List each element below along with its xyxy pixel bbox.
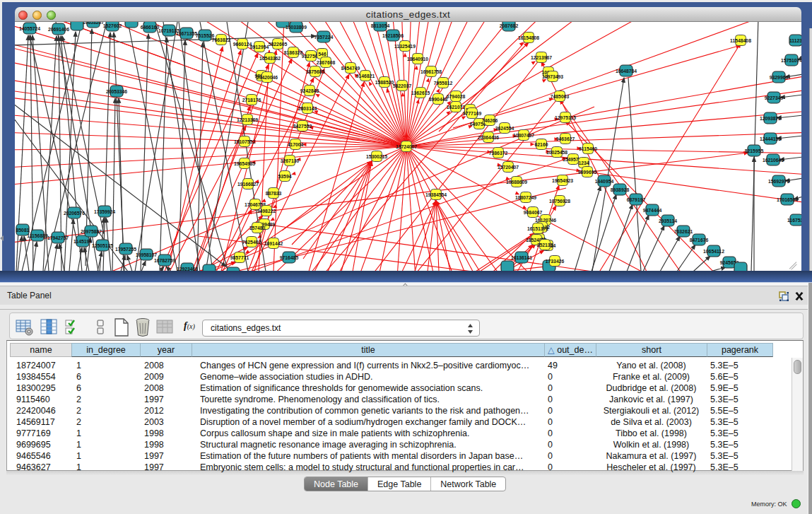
- svg-text:6879197: 6879197: [627, 197, 646, 202]
- svg-text:85081: 85081: [16, 228, 30, 233]
- svg-text:20691406: 20691406: [48, 27, 69, 32]
- svg-text:12213369: 12213369: [237, 117, 258, 122]
- svg-text:1234: 1234: [578, 160, 589, 165]
- svg-text:8912954: 8912954: [250, 45, 269, 49]
- svg-text:19654923: 19654923: [552, 178, 573, 183]
- svg-text:8215955: 8215955: [745, 148, 764, 153]
- svg-text:17016504: 17016504: [777, 197, 798, 202]
- svg-text:19218506: 19218506: [382, 33, 404, 38]
- svg-text:7955812: 7955812: [434, 81, 453, 86]
- svg-text:8938928: 8938928: [611, 187, 630, 192]
- svg-text:3624554: 3624554: [495, 126, 514, 131]
- svg-text:12213967: 12213967: [531, 55, 552, 60]
- svg-text:7485063: 7485063: [551, 94, 570, 99]
- svg-text:11123: 11123: [789, 38, 801, 43]
- svg-text:11548408: 11548408: [730, 38, 751, 43]
- svg-text:9146821: 9146821: [356, 74, 375, 78]
- svg-text:9115460: 9115460: [579, 146, 597, 151]
- svg-text:7663822: 7663822: [212, 37, 231, 42]
- svg-text:5822037: 5822037: [393, 83, 412, 88]
- svg-text:12093872: 12093872: [760, 116, 781, 121]
- svg-text:15300215: 15300215: [366, 154, 387, 159]
- svg-text:9084067: 9084067: [524, 210, 543, 215]
- svg-text:7632621: 7632621: [674, 229, 693, 234]
- svg-text:9329966: 9329966: [770, 75, 789, 80]
- svg-text:157480: 157480: [249, 226, 266, 230]
- svg-text:1145194: 1145194: [73, 239, 92, 244]
- svg-text:7357224: 7357224: [314, 35, 334, 40]
- svg-text:8427552: 8427552: [293, 124, 312, 129]
- svg-text:10025458: 10025458: [546, 150, 567, 155]
- svg-text:9463627: 9463627: [556, 136, 575, 141]
- svg-text:9716485: 9716485: [280, 255, 299, 260]
- svg-text:3875685: 3875685: [306, 69, 325, 74]
- svg-text:19166827: 19166827: [237, 182, 259, 187]
- svg-text:10688609: 10688609: [506, 180, 527, 185]
- svg-text:18807249: 18807249: [515, 195, 536, 200]
- svg-text:1588520: 1588520: [375, 80, 394, 85]
- svg-text:10807487: 10807487: [513, 133, 534, 138]
- svg-text:16543362: 16543362: [259, 56, 281, 61]
- svg-text:9242848: 9242848: [300, 88, 319, 93]
- svg-text:8990448: 8990448: [429, 97, 448, 102]
- svg-text:1691442: 1691442: [264, 241, 283, 246]
- svg-text:746266: 746266: [482, 118, 498, 123]
- svg-text:8813054: 8813054: [371, 23, 390, 28]
- svg-text:16782759: 16782759: [154, 258, 175, 263]
- svg-text:1733426: 1733426: [546, 259, 565, 264]
- svg-text:1621072: 1621072: [447, 105, 466, 110]
- svg-text:7625402: 7625402: [242, 240, 261, 245]
- svg-text:546: 546: [318, 52, 326, 57]
- svg-text:10654112: 10654112: [703, 249, 724, 254]
- svg-text:10653267: 10653267: [83, 22, 104, 25]
- svg-text:10958107: 10958107: [136, 252, 157, 257]
- svg-text:1527602: 1527602: [103, 23, 122, 28]
- svg-text:16648784: 16648784: [616, 69, 637, 74]
- svg-text:417004: 417004: [288, 142, 304, 147]
- svg-text:15692971: 15692971: [768, 179, 789, 184]
- svg-text:3267130: 3267130: [281, 158, 300, 163]
- svg-text:23420046: 23420046: [257, 75, 278, 80]
- svg-text:7386372: 7386372: [489, 151, 508, 156]
- svg-text:2367608: 2367608: [317, 60, 336, 65]
- svg-text:62160: 62160: [535, 142, 548, 147]
- svg-text:18724007: 18724007: [396, 144, 417, 149]
- svg-text:15751074: 15751074: [781, 58, 801, 63]
- svg-text:11325419: 11325419: [394, 44, 416, 49]
- svg-text:252133: 252133: [537, 243, 553, 247]
- svg-text:9857771: 9857771: [230, 255, 249, 260]
- svg-text:16154808: 16154808: [518, 35, 539, 40]
- svg-text:19384554: 19384554: [425, 192, 447, 197]
- svg-text:9660124: 9660124: [233, 42, 252, 47]
- svg-text:14055724: 14055724: [19, 26, 40, 31]
- svg-text:2803144: 2803144: [298, 106, 317, 111]
- svg-text:12444153: 12444153: [760, 136, 781, 141]
- svg-text:20053346: 20053346: [106, 89, 127, 94]
- svg-text:5822605: 5822605: [269, 42, 288, 47]
- svg-text:16671355: 16671355: [176, 31, 197, 36]
- svg-text:16107552: 16107552: [234, 139, 255, 144]
- svg-text:16210643: 16210643: [763, 158, 784, 163]
- svg-text:2718176: 2718176: [242, 98, 261, 103]
- svg-text:9699695: 9699695: [578, 170, 597, 175]
- svg-text:9777169: 9777169: [463, 111, 482, 116]
- svg-text:6466160: 6466160: [141, 25, 160, 30]
- svg-text:15720407: 15720407: [498, 165, 519, 170]
- svg-text:20975887: 20975887: [81, 229, 102, 234]
- svg-text:8186328: 8186328: [284, 50, 303, 55]
- svg-text:20206576: 20206576: [64, 211, 85, 216]
- svg-text:10756928: 10756928: [549, 199, 570, 204]
- svg-text:1440954: 1440954: [595, 179, 614, 184]
- svg-text:11156889: 11156889: [27, 233, 48, 238]
- svg-text:8471676: 8471676: [690, 238, 709, 243]
- svg-text:9227349: 9227349: [765, 95, 784, 100]
- svg-text:53594: 53594: [278, 174, 292, 179]
- svg-text:18640910: 18640910: [407, 57, 428, 62]
- svg-text:12505135: 12505135: [92, 243, 113, 248]
- svg-text:8454749: 8454749: [341, 66, 360, 71]
- svg-text:9498222: 9498222: [257, 209, 276, 214]
- svg-text:1362615: 1362615: [411, 90, 430, 95]
- svg-text:16961758: 16961758: [420, 69, 442, 74]
- svg-text:17942757: 17942757: [47, 235, 69, 240]
- svg-text:1167531: 1167531: [787, 218, 801, 223]
